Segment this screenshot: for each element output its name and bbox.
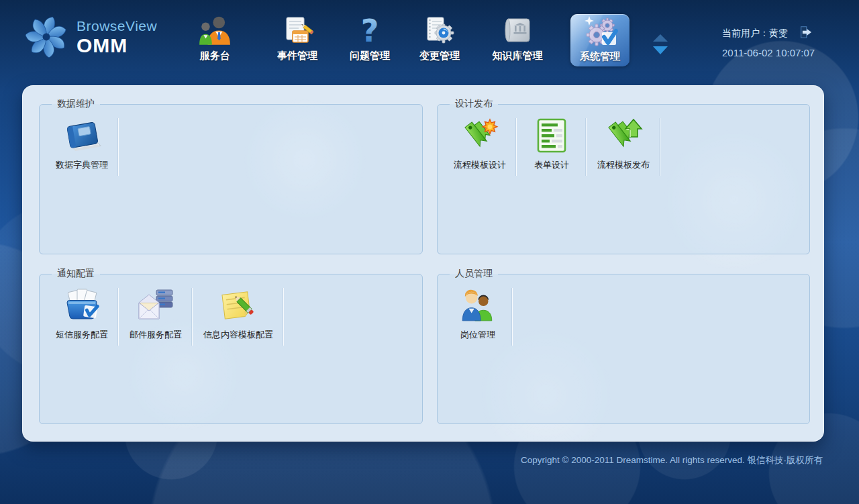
nav-label: 系统管理 (580, 50, 620, 66)
item-process-template-publish[interactable]: 流程模板发布 (587, 113, 660, 171)
nav-label: 服务台 (200, 50, 230, 66)
item-form-design[interactable]: 表单设计 (517, 113, 587, 171)
item-email-service-config[interactable]: 邮件服务配置 (119, 283, 193, 341)
item-label: 岗位管理 (460, 329, 495, 341)
item-position-management[interactable]: 岗位管理 (443, 283, 513, 341)
scroll-down-icon[interactable] (653, 46, 668, 54)
svg-text:?: ? (361, 15, 379, 47)
logo-brand: BrowseView (77, 18, 157, 34)
app-logo: BrowseView OMM (23, 13, 157, 60)
user-info: 当前用户：黄雯 2011-06-02 10:07:07 (722, 26, 812, 58)
question-mark-icon: ? (356, 12, 383, 50)
ribbon-star-icon (460, 117, 499, 154)
nav-item-system-management[interactable]: 系统管理 (570, 14, 629, 66)
current-datetime: 2011-06-02 10:07:07 (722, 47, 812, 58)
pinwheel-logo-icon (23, 13, 70, 60)
nav-scroll-spinner[interactable] (651, 34, 670, 54)
footer-copyright: Copyright © 2000-2011 Dreamstime. All ri… (521, 454, 823, 466)
current-user-label: 当前用户：黄雯 (722, 28, 788, 40)
nav-label: 事件管理 (277, 50, 317, 66)
nav-item-knowledge-base[interactable]: 知识库管理 (474, 12, 561, 66)
header: BrowseView OMM 服务台 (0, 0, 859, 78)
nav-item-problem-management[interactable]: ? 问题管理 (330, 12, 410, 66)
files-box-check-icon (62, 287, 101, 324)
people-desk-icon (198, 12, 232, 50)
main-content: 数据维护 (22, 85, 824, 442)
panel-data-maintenance: 数据维护 (39, 98, 423, 254)
panel-title: 设计发布 (450, 98, 498, 110)
item-label: 流程模板设计 (454, 159, 506, 171)
ribbon-up-arrow-icon (604, 117, 643, 154)
gears-check-icon (582, 14, 618, 50)
item-data-dictionary[interactable]: 数据字典管理 (45, 113, 119, 171)
panel-title: 人员管理 (450, 268, 498, 280)
item-label: 表单设计 (534, 159, 569, 171)
panel-design-publish: 设计发布 (437, 98, 810, 254)
scroll-up-icon[interactable] (653, 34, 668, 42)
nav-item-service-desk[interactable]: 服务台 (174, 12, 255, 66)
item-process-template-design[interactable]: 流程模板设计 (443, 113, 517, 171)
nav-item-incident-management[interactable]: 事件管理 (257, 12, 338, 66)
panel-title: 数据维护 (52, 98, 100, 110)
item-label: 信息内容模板配置 (203, 329, 273, 341)
logo-product: OMM (77, 36, 157, 56)
notebook-pencil-icon (281, 12, 313, 50)
item-label: 流程模板发布 (597, 159, 650, 171)
two-people-icon (458, 287, 497, 324)
ledger-book-icon (501, 12, 534, 50)
nav-label: 知识库管理 (493, 50, 543, 66)
note-pencil-icon (219, 287, 258, 324)
item-label: 邮件服务配置 (130, 329, 182, 341)
panel-notification-config: 通知配置 (39, 268, 423, 424)
nav-label: 变更管理 (419, 50, 460, 66)
panel-title: 通知配置 (52, 268, 100, 280)
item-sms-service-config[interactable]: 短信服务配置 (45, 283, 119, 341)
form-lines-icon (532, 117, 571, 154)
nav-item-change-management[interactable]: 变更管理 (399, 12, 480, 66)
mail-server-icon (136, 287, 175, 324)
item-label: 短信服务配置 (56, 329, 108, 341)
nav-label: 问题管理 (350, 50, 390, 66)
document-gear-icon (423, 12, 456, 50)
logout-icon[interactable] (799, 26, 812, 42)
blue-book-icon (62, 117, 101, 154)
item-label: 数据字典管理 (56, 159, 108, 171)
panel-personnel-management: 人员管理 岗位管理 (437, 268, 810, 424)
item-message-template-config[interactable]: 信息内容模板配置 (193, 283, 284, 341)
